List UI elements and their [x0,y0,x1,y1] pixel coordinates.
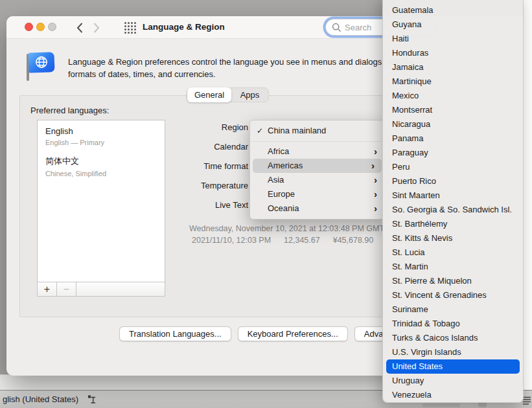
submenu-item[interactable]: So. Georgia & So. Sandwich Isl. [383,203,523,217]
language-detail: Chinese, Simplified [45,170,106,177]
menu-item-asia[interactable]: Asia › [250,173,384,187]
remove-language-button[interactable]: − [57,282,76,296]
submenu-item[interactable]: Puerto Rico [383,174,523,188]
submenu-item[interactable]: Paraguay [383,146,523,160]
show-all-grid-icon[interactable] [124,22,136,34]
tab-general[interactable]: General [187,87,231,102]
submenu-item[interactable]: St. Kitts & Nevis [383,231,523,245]
menu-item-americas[interactable]: Americas › [253,159,382,173]
background-strip [524,0,532,390]
submenu-item[interactable]: Haiti [383,32,523,46]
desktop: glish (United States) Language & Region [0,0,532,408]
menu-separator [250,141,384,142]
checkmark-icon: ✓ [257,124,263,138]
setting-label-region: Region [145,122,248,132]
menu-item-oceania[interactable]: Oceania › [250,201,384,216]
submenu-item[interactable]: Montserrat [383,103,523,117]
language-name: 简体中文 [45,155,106,167]
submenu-item-united-states[interactable]: United States [386,359,520,374]
submenu-item[interactable]: Sint Maarten [383,188,523,203]
submenu-item[interactable]: Suriname [383,302,523,317]
preview-long-date: Wednesday, November 10, 2021 at 12:03:48… [189,224,393,233]
submenu-item[interactable]: Mexico [383,89,523,103]
footer-buttons: Translation Languages... Keyboard Prefer… [119,326,418,341]
submenu-item[interactable]: St. Vincent & Grenadines [383,288,523,302]
submenu-item[interactable]: Trinidad & Tobago [383,317,523,331]
submenu-item[interactable]: St. Barthélemy [383,217,523,231]
preview-number: 12,345.67 [284,236,320,245]
language-name: English [45,126,104,136]
status-language-text[interactable]: glish (United States) [3,391,78,408]
submenu-item[interactable]: Nicaragua [383,117,523,131]
preview-currency: ¥45,678.90 [333,236,374,245]
list-item-english[interactable]: English English — Primary [45,126,104,146]
keyboard-preferences-button[interactable]: Keyboard Preferences... [238,326,348,341]
translation-languages-button[interactable]: Translation Languages... [119,326,231,341]
submenu-item[interactable]: Honduras [383,46,523,60]
chevron-right-icon: › [374,144,377,159]
submenu-item[interactable]: Martinique [383,74,523,89]
chevron-right-icon: › [374,201,377,216]
submenu-item[interactable]: Panama [383,131,523,146]
setting-label-live-text: Live Text [145,200,248,210]
chevron-right-icon: › [374,173,377,187]
add-language-button[interactable]: + [38,282,57,296]
submenu-item[interactable]: Venezuela [383,388,523,402]
region-popup-menu: ✓ China mainland Africa › Americas › Asi… [249,120,385,220]
region-submenu: Guatemala Guyana Haiti Honduras Jamaica … [382,0,524,403]
submenu-item[interactable]: Guatemala [383,3,523,17]
submenu-item[interactable]: Peru [383,160,523,174]
align-lines-icon[interactable] [522,396,531,408]
preferred-languages-label: Preferred languages: [30,106,109,115]
setting-label-calendar: Calendar [145,142,248,152]
tab-bar: General Apps [187,87,269,102]
chevron-right-icon: › [371,159,375,173]
submenu-item[interactable]: St. Martin [383,260,523,274]
back-button[interactable] [75,21,85,34]
tab-apps[interactable]: Apps [231,88,268,102]
submenu-item[interactable]: St. Lucia [383,245,523,260]
forward-button[interactable] [91,21,102,34]
list-controls: + − [38,282,165,296]
submenu-item[interactable]: Guyana [383,17,523,32]
submenu-item[interactable]: U.S. Virgin Islands [383,345,523,359]
preview-short-date: 2021/11/10, 12:03 PM [192,236,271,245]
setting-label-time-format: Time format [145,161,248,171]
menu-item-europe[interactable]: Europe › [250,187,384,201]
setting-label-temperature: Temperature [145,181,248,190]
preview-examples: 2021/11/10, 12:03 PM12,345.67¥45,678.90 [192,236,386,245]
submenu-item[interactable]: Jamaica [383,60,523,74]
submenu-item[interactable]: Uruguay [383,374,523,388]
zoom-button[interactable] [48,23,56,31]
status-control-sliver [422,403,460,407]
proofing-icon[interactable] [87,394,97,407]
menu-item-china-mainland[interactable]: ✓ China mainland [250,124,384,138]
list-item-chinese[interactable]: 简体中文 Chinese, Simplified [45,155,106,177]
language-detail: English — Primary [45,139,104,146]
submenu-item[interactable]: St. Pierre & Miquelon [383,274,523,288]
close-button[interactable] [25,23,33,31]
chevron-right-icon: › [374,187,377,201]
minimize-button[interactable] [36,23,45,31]
search-icon [332,23,341,32]
globe-flag-icon [26,52,57,82]
menu-item-africa[interactable]: Africa › [250,144,384,159]
window-title: Language & Region [143,22,225,32]
submenu-item[interactable]: Turks & Caicos Islands [383,331,523,345]
